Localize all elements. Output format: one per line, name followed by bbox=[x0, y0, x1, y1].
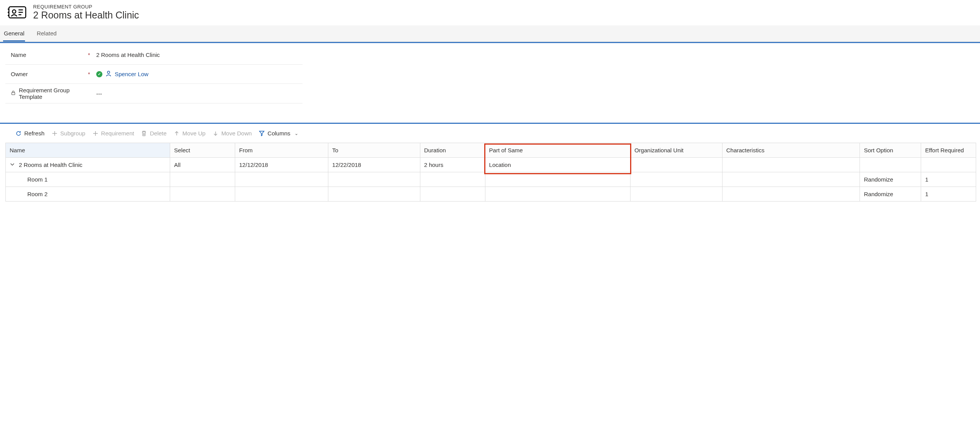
owner-link[interactable]: Spencer Low bbox=[115, 71, 149, 77]
required-marker: * bbox=[85, 71, 90, 77]
cell-sort[interactable]: Randomize bbox=[860, 187, 921, 202]
col-part-of-same[interactable]: Part of Same bbox=[485, 143, 630, 158]
form-section: Name * 2 Rooms at Health Clinic Owner * … bbox=[0, 42, 980, 114]
cell-sort[interactable]: Randomize bbox=[860, 172, 921, 187]
requirements-table: Name Select From To Duration Part of Sam… bbox=[5, 143, 976, 202]
cell-duration[interactable] bbox=[420, 187, 485, 202]
cell-select[interactable]: All bbox=[170, 158, 235, 172]
cell-from[interactable] bbox=[235, 187, 328, 202]
requirement-button[interactable]: Requirement bbox=[92, 130, 134, 137]
cell-org[interactable] bbox=[630, 158, 722, 172]
field-template-label: Requirement Group Template bbox=[19, 87, 80, 100]
table-header-row: Name Select From To Duration Part of Sam… bbox=[6, 143, 976, 158]
cell-part-of-same[interactable]: Location bbox=[485, 158, 630, 172]
cell-effort[interactable]: 1 bbox=[921, 187, 976, 202]
cell-name[interactable]: Room 1 bbox=[6, 172, 170, 187]
col-to[interactable]: To bbox=[328, 143, 420, 158]
cell-select[interactable] bbox=[170, 187, 235, 202]
table-row[interactable]: Room 1 Randomize 1 bbox=[6, 172, 976, 187]
col-name[interactable]: Name bbox=[6, 143, 170, 158]
col-select[interactable]: Select bbox=[170, 143, 235, 158]
cell-to[interactable] bbox=[328, 187, 420, 202]
cell-org[interactable] bbox=[630, 187, 722, 202]
cell-effort[interactable] bbox=[921, 158, 976, 172]
cell-duration[interactable]: 2 hours bbox=[420, 158, 485, 172]
cell-name: 2 Rooms at Health Clinic bbox=[19, 162, 82, 168]
field-name[interactable]: Name * 2 Rooms at Health Clinic bbox=[5, 45, 303, 65]
svg-point-5 bbox=[107, 71, 110, 73]
cell-part-of-same[interactable] bbox=[485, 187, 630, 202]
col-effort-required[interactable]: Effort Required bbox=[921, 143, 976, 158]
col-organizational-unit[interactable]: Organizational Unit bbox=[630, 143, 722, 158]
field-owner[interactable]: Owner * ✓ Spencer Low bbox=[5, 65, 303, 84]
cell-to[interactable]: 12/22/2018 bbox=[328, 158, 420, 172]
cell-sort[interactable] bbox=[860, 158, 921, 172]
grid-toolbar: Refresh Subgroup Requirement Delete Move… bbox=[0, 124, 980, 143]
cell-to[interactable] bbox=[328, 172, 420, 187]
field-template-value: --- bbox=[90, 90, 303, 97]
col-duration[interactable]: Duration bbox=[420, 143, 485, 158]
tab-general[interactable]: General bbox=[3, 25, 25, 42]
chevron-down-icon[interactable] bbox=[10, 162, 15, 168]
field-name-value[interactable]: 2 Rooms at Health Clinic bbox=[90, 52, 303, 58]
col-characteristics[interactable]: Characteristics bbox=[722, 143, 860, 158]
table-row[interactable]: 2 Rooms at Health Clinic All 12/12/2018 … bbox=[6, 158, 976, 172]
grid-section: Refresh Subgroup Requirement Delete Move… bbox=[0, 123, 980, 206]
required-marker: * bbox=[85, 52, 90, 58]
field-owner-label: Owner bbox=[11, 71, 28, 77]
field-template: Requirement Group Template --- bbox=[5, 84, 303, 103]
move-down-button[interactable]: Move Down bbox=[212, 130, 252, 137]
svg-rect-6 bbox=[12, 93, 15, 95]
cell-org[interactable] bbox=[630, 172, 722, 187]
cell-char[interactable] bbox=[722, 172, 860, 187]
cell-char[interactable] bbox=[722, 158, 860, 172]
table-row[interactable]: Room 2 Randomize 1 bbox=[6, 187, 976, 202]
cell-part-of-same[interactable] bbox=[485, 172, 630, 187]
cell-from[interactable] bbox=[235, 172, 328, 187]
col-sort-option[interactable]: Sort Option bbox=[860, 143, 921, 158]
page-title: 2 Rooms at Health Clinic bbox=[33, 10, 139, 21]
cell-name[interactable]: Room 2 bbox=[6, 187, 170, 202]
cell-from[interactable]: 12/12/2018 bbox=[235, 158, 328, 172]
cell-duration[interactable] bbox=[420, 172, 485, 187]
verified-icon: ✓ bbox=[96, 71, 102, 77]
person-icon bbox=[105, 70, 112, 78]
svg-point-1 bbox=[12, 10, 16, 13]
tab-bar: General Related bbox=[0, 25, 980, 42]
cell-char[interactable] bbox=[722, 187, 860, 202]
delete-button[interactable]: Delete bbox=[141, 130, 166, 137]
record-type-icon bbox=[8, 4, 27, 21]
tab-related[interactable]: Related bbox=[36, 25, 57, 42]
chevron-down-icon: ⌄ bbox=[294, 131, 298, 136]
move-up-button[interactable]: Move Up bbox=[174, 130, 206, 137]
page-header: REQUIREMENT GROUP 2 Rooms at Health Clin… bbox=[0, 0, 980, 25]
subgroup-button[interactable]: Subgroup bbox=[52, 130, 85, 137]
columns-button[interactable]: Columns ⌄ bbox=[259, 130, 298, 137]
field-name-label: Name bbox=[11, 52, 26, 58]
cell-select[interactable] bbox=[170, 172, 235, 187]
lock-icon bbox=[11, 90, 16, 97]
refresh-button[interactable]: Refresh bbox=[15, 130, 45, 137]
cell-effort[interactable]: 1 bbox=[921, 172, 976, 187]
col-from[interactable]: From bbox=[235, 143, 328, 158]
record-type-label: REQUIREMENT GROUP bbox=[33, 4, 139, 10]
